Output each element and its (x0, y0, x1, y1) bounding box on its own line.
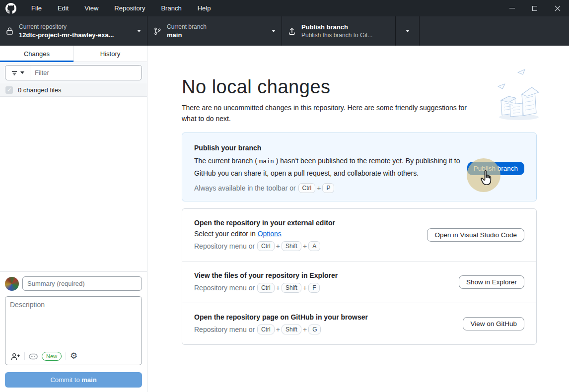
repository-name: 12dtc-project-mr-thawley-exa... (19, 31, 114, 40)
commit-description-toolbar: New ⚙ (11, 352, 77, 361)
kbd-shift: Shift (282, 283, 301, 293)
commit-button-branch: main (81, 376, 96, 384)
menu-branch[interactable]: Branch (153, 0, 189, 16)
changes-sidebar: Changes History ✓ 0 changed files (0, 46, 147, 392)
plus-separator: + (303, 326, 307, 333)
filter-options-button[interactable] (5, 65, 30, 80)
kbd-a: A (308, 241, 320, 251)
changes-list-empty (0, 97, 147, 271)
tab-history[interactable]: History (73, 46, 147, 62)
app-window: File Edit View Repository Branch Help Cu… (0, 0, 569, 392)
minimize-button[interactable] (500, 0, 523, 16)
copilot-icon[interactable] (29, 353, 38, 360)
open-in-vscode-button[interactable]: Open in Visual Studio Code (427, 228, 524, 242)
plus-separator: + (303, 284, 307, 292)
hint-text: Repository menu or (194, 242, 257, 250)
action-row-external-editor: Open the repository in your external edi… (182, 209, 536, 261)
plus-separator: + (317, 184, 321, 192)
plus-separator: + (276, 284, 280, 292)
options-link[interactable]: Options (258, 230, 282, 238)
kbd-ctrl: Ctrl (257, 241, 275, 251)
add-coauthor-icon[interactable] (11, 353, 20, 360)
current-repository-text: Current repository 12dtc-project-mr-thaw… (19, 23, 114, 40)
sidebar-tabs: Changes History (0, 46, 147, 62)
view-on-github-button[interactable]: View on GitHub (463, 317, 524, 330)
gear-icon[interactable]: ⚙ (70, 352, 77, 361)
action-title: Open the repository page on GitHub in yo… (194, 313, 368, 321)
menu-repository[interactable]: Repository (106, 0, 153, 16)
kbd-p: P (322, 183, 334, 193)
chevron-down-icon (137, 30, 141, 32)
subtitle-text: Select your editor in (194, 230, 258, 238)
publish-options-caret-button[interactable] (396, 16, 420, 46)
action-title: View the files of your repository in Exp… (194, 271, 338, 279)
current-branch-button[interactable]: Current branch main (147, 16, 282, 46)
menu-help[interactable]: Help (190, 0, 219, 16)
maximize-button[interactable] (523, 0, 546, 16)
changed-files-label: 0 changed files (18, 86, 61, 94)
commit-summary-input[interactable] (22, 276, 142, 291)
select-all-checkbox[interactable]: ✓ (5, 86, 13, 94)
divider (66, 352, 66, 360)
kbd-ctrl: Ctrl (257, 325, 275, 334)
page-intro: There are no uncommitted changes in this… (182, 102, 479, 124)
close-button[interactable] (546, 0, 569, 16)
tab-changes[interactable]: Changes (0, 46, 73, 62)
suggested-actions-card: Open the repository in your external edi… (182, 208, 537, 345)
publish-branch-toolbar-button[interactable]: Publish branch Publish this branch to Gi… (282, 16, 396, 46)
plus-separator: + (276, 242, 280, 250)
repository-label: Current repository (19, 23, 114, 31)
branch-name: main (167, 31, 207, 40)
avatar (5, 277, 19, 291)
action-shortcut-hint: Repository menu or Ctrl+Shift+A (194, 241, 335, 251)
publish-branch-button[interactable]: Publish branch (467, 162, 524, 175)
filter-group (5, 65, 142, 80)
titlebar: File Edit View Repository Branch Help (0, 0, 569, 16)
current-branch-text: Current branch main (167, 23, 207, 40)
divider (24, 352, 25, 360)
kbd-ctrl: Ctrl (298, 183, 316, 193)
commit-button[interactable]: Commit to main (5, 372, 142, 388)
paper-stack-illustration (494, 67, 544, 122)
menu-edit[interactable]: Edit (50, 0, 76, 16)
upload-icon (288, 27, 296, 35)
filter-row (0, 62, 147, 83)
menu-view[interactable]: View (76, 0, 106, 16)
toolbar: Current repository 12dtc-project-mr-thaw… (0, 16, 569, 46)
maximize-icon (532, 6, 537, 11)
branch-code: main (259, 157, 274, 165)
show-in-explorer-button[interactable]: Show in Explorer (459, 275, 524, 289)
kbd-g: G (308, 325, 321, 334)
action-subtitle: Select your editor in Options (194, 230, 335, 238)
filter-input[interactable] (30, 65, 142, 80)
minimize-icon (509, 8, 515, 8)
branch-label: Current branch (167, 23, 207, 31)
publish-branch-card: Publish your branch The current branch (… (182, 132, 537, 201)
kbd-shift: Shift (282, 325, 301, 334)
hint-text: Repository menu or (194, 284, 257, 292)
toolbar-empty (420, 16, 569, 46)
commit-button-prefix: Commit to (50, 376, 81, 384)
publish-shortcut-hint: Always available in the toolbar or Ctrl+… (194, 183, 524, 193)
menu-file[interactable]: File (23, 0, 50, 16)
kbd-shift: Shift (282, 241, 301, 251)
plus-separator: + (303, 242, 307, 250)
current-repository-button[interactable]: Current repository 12dtc-project-mr-thaw… (0, 16, 147, 46)
action-row-github: Open the repository page on GitHub in yo… (182, 303, 536, 344)
publish-subtitle: Publish this branch to Git... (301, 31, 372, 39)
github-logo-icon (5, 3, 16, 14)
publish-card-title: Publish your branch (194, 144, 524, 152)
main-content: No local changes There are no uncommitte… (147, 46, 569, 392)
chevron-down-icon (406, 30, 410, 32)
publish-card-body: The current branch ( main ) hasn't been … (194, 155, 470, 180)
action-shortcut-hint: Repository menu or Ctrl+Shift+F (194, 283, 338, 293)
kbd-f: F (308, 283, 320, 293)
commit-description-box: New ⚙ (5, 296, 142, 365)
kbd-ctrl: Ctrl (257, 283, 275, 293)
chevron-down-icon (20, 71, 24, 74)
body-text: The current branch ( (194, 157, 259, 165)
changed-files-row: ✓ 0 changed files (0, 83, 147, 97)
commit-description-input[interactable] (5, 297, 142, 346)
plus-separator: + (276, 326, 280, 333)
publish-branch-text: Publish branch Publish this branch to Gi… (301, 23, 372, 40)
